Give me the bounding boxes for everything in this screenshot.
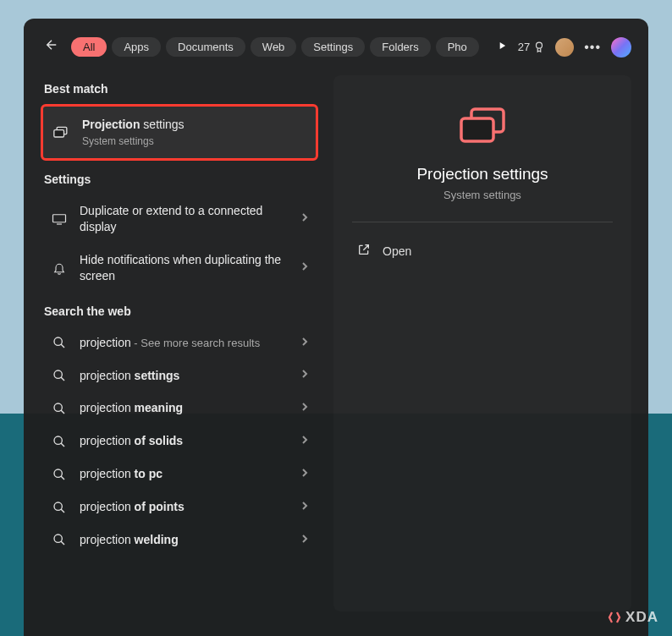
web-result-text: projection of points bbox=[80, 499, 289, 515]
xda-watermark: XDA bbox=[607, 609, 658, 626]
svg-rect-2 bbox=[54, 129, 64, 136]
preview-title: Projection settings bbox=[352, 165, 613, 184]
web-result[interactable]: projection - See more search results bbox=[41, 326, 318, 359]
best-match-result[interactable]: Projection settings System settings bbox=[41, 104, 318, 161]
best-match-text: Projection settings System settings bbox=[82, 117, 306, 148]
search-icon bbox=[51, 501, 68, 514]
top-right: 27 ••• bbox=[496, 37, 631, 58]
filter-settings[interactable]: Settings bbox=[301, 37, 365, 57]
chevron-right-icon bbox=[301, 468, 308, 480]
svg-point-4 bbox=[54, 337, 62, 345]
chevron-right-icon bbox=[301, 501, 308, 513]
preview-projection-icon bbox=[352, 106, 613, 146]
filter-photos[interactable]: Pho bbox=[436, 37, 479, 57]
web-result[interactable]: projection of points bbox=[41, 491, 318, 524]
best-match-label: Best match bbox=[44, 82, 318, 96]
web-result-text: projection settings bbox=[80, 368, 289, 384]
web-result-text: projection of solids bbox=[80, 433, 289, 449]
rewards-counter[interactable]: 27 bbox=[518, 41, 545, 53]
rewards-count: 27 bbox=[518, 41, 530, 53]
web-result[interactable]: projection meaning bbox=[41, 392, 318, 425]
svg-point-6 bbox=[54, 403, 62, 411]
svg-point-8 bbox=[54, 469, 62, 477]
settings-result-text: Duplicate or extend to a connected displ… bbox=[80, 203, 289, 235]
settings-result[interactable]: Duplicate or extend to a connected displ… bbox=[41, 195, 318, 244]
chevron-right-icon bbox=[301, 261, 308, 274]
chevron-right-icon bbox=[301, 402, 308, 414]
search-icon bbox=[51, 402, 68, 415]
results-column: Best match Projection settings System se… bbox=[41, 75, 318, 611]
settings-result-text: Hide notifications when duplicating the … bbox=[80, 252, 289, 284]
chevron-right-icon bbox=[301, 337, 308, 349]
chevron-right-icon bbox=[301, 212, 308, 225]
filter-apps[interactable]: Apps bbox=[112, 37, 161, 57]
preview-subtitle: System settings bbox=[352, 189, 613, 201]
search-icon bbox=[51, 435, 68, 448]
open-icon bbox=[357, 243, 371, 259]
filter-all[interactable]: All bbox=[71, 37, 107, 57]
copilot-icon[interactable] bbox=[611, 37, 631, 58]
settings-section-label: Settings bbox=[44, 173, 318, 186]
chevron-right-icon bbox=[301, 435, 308, 447]
open-label: Open bbox=[383, 244, 411, 258]
filter-documents[interactable]: Documents bbox=[166, 37, 245, 57]
web-result-text: projection meaning bbox=[80, 400, 289, 416]
svg-rect-12 bbox=[461, 118, 493, 141]
more-icon[interactable]: ••• bbox=[584, 40, 601, 55]
search-icon bbox=[51, 533, 68, 546]
web-result[interactable]: projection of solids bbox=[41, 425, 318, 458]
settings-result[interactable]: Hide notifications when duplicating the … bbox=[41, 244, 318, 293]
svg-point-0 bbox=[537, 42, 543, 48]
filter-pills: All Apps Documents Web Settings Folders … bbox=[71, 37, 487, 57]
filter-web[interactable]: Web bbox=[251, 37, 297, 57]
divider bbox=[352, 222, 613, 222]
svg-point-5 bbox=[54, 370, 62, 378]
chevron-right-icon bbox=[301, 369, 308, 381]
web-result-text: projection welding bbox=[80, 532, 289, 548]
web-result-text: projection to pc bbox=[80, 466, 289, 482]
svg-point-9 bbox=[54, 502, 62, 510]
search-panel: All Apps Documents Web Settings Folders … bbox=[24, 19, 648, 636]
web-result[interactable]: projection settings bbox=[41, 359, 318, 392]
web-result-text: projection - See more search results bbox=[80, 335, 289, 351]
bell-icon bbox=[51, 260, 68, 276]
filter-folders[interactable]: Folders bbox=[370, 37, 430, 57]
play-icon[interactable] bbox=[496, 40, 508, 54]
back-arrow-icon[interactable] bbox=[41, 34, 63, 60]
content: Best match Projection settings System se… bbox=[41, 75, 631, 611]
svg-point-7 bbox=[54, 436, 62, 444]
search-icon bbox=[51, 369, 68, 382]
svg-point-10 bbox=[54, 535, 62, 542]
search-icon bbox=[51, 468, 68, 481]
projection-icon bbox=[53, 126, 70, 140]
search-web-label: Search the web bbox=[44, 304, 318, 318]
open-action[interactable]: Open bbox=[352, 234, 613, 267]
svg-rect-3 bbox=[53, 215, 66, 222]
web-result[interactable]: projection to pc bbox=[41, 458, 318, 491]
chevron-right-icon bbox=[301, 534, 308, 546]
monitor-icon bbox=[51, 213, 68, 225]
preview-column: Projection settings System settings Open bbox=[333, 75, 631, 611]
user-avatar[interactable] bbox=[555, 38, 574, 57]
web-result[interactable]: projection welding bbox=[41, 524, 318, 556]
search-icon bbox=[51, 336, 68, 349]
top-bar: All Apps Documents Web Settings Folders … bbox=[41, 34, 631, 60]
